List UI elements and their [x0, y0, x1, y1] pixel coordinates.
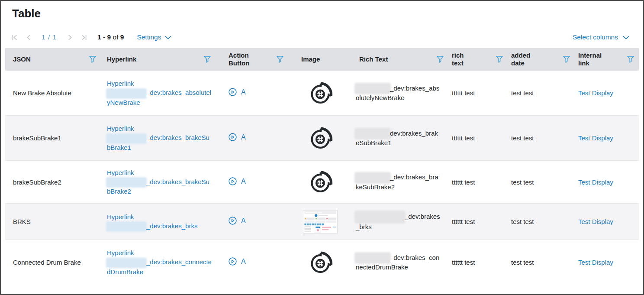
play-circle-icon	[229, 257, 237, 266]
column-header-rich-text-2: rich text	[450, 48, 509, 71]
last-page-button[interactable]	[79, 32, 88, 42]
brake-disc-icon	[307, 80, 334, 107]
redacted-text	[356, 173, 390, 182]
hyperlink-link[interactable]: Hyperlink _dev:brakes_connectedDrumBrake	[107, 248, 213, 276]
last-page-icon	[80, 34, 87, 41]
action-button[interactable]: A	[229, 216, 246, 225]
rich-text-cell: dev:brakes_brakeSubBrake1	[351, 129, 450, 148]
chevron-down-icon	[165, 33, 171, 41]
internal-link[interactable]: Test Display	[578, 89, 613, 97]
first-page-button[interactable]	[10, 32, 19, 42]
image-cell	[290, 125, 351, 152]
redacted-text	[107, 178, 146, 187]
filter-icon[interactable]	[563, 55, 570, 63]
hyperlink-link[interactable]: Hyperlink _dev:brakes_brakeSubBrake2	[107, 168, 213, 196]
table-row: BRKS Hyperlink _dev:brakes_brks A _dev:b…	[5, 203, 639, 240]
action-button-cell: A	[217, 133, 290, 143]
internal-link-cell: Test Display	[576, 258, 641, 267]
image-cell	[290, 249, 351, 276]
filter-icon[interactable]	[276, 55, 284, 63]
filter-icon[interactable]	[436, 55, 444, 63]
action-button[interactable]: A	[229, 257, 246, 266]
action-button[interactable]: A	[229, 133, 246, 142]
rich-text-2-cell: tttttt test	[450, 217, 509, 226]
play-circle-icon	[229, 88, 237, 96]
internal-link[interactable]: Test Display	[578, 218, 613, 225]
json-cell: BRKS	[5, 217, 103, 226]
filter-icon[interactable]	[89, 55, 97, 63]
hyperlink-cell: Hyperlink _dev:brakes_absolutelyNewBrake	[103, 79, 217, 107]
table-row: brakeSubBrake2 Hyperlink _dev:brakes_bra…	[5, 160, 639, 203]
rich-text-2-cell: tttttt test	[450, 133, 509, 143]
page-indicator: 1 / 1	[42, 33, 57, 41]
hyperlink-cell: Hyperlink _dev:brakes_brks	[103, 212, 217, 231]
action-button-cell: A	[217, 88, 290, 98]
internal-link-cell: Test Display	[576, 88, 641, 97]
action-button[interactable]: A	[229, 88, 246, 97]
internal-link-cell: Test Display	[576, 217, 641, 226]
brake-disc-icon	[307, 169, 334, 195]
next-page-button[interactable]	[65, 32, 74, 42]
filter-icon[interactable]	[203, 55, 211, 63]
brake-disc-icon	[307, 125, 334, 152]
play-circle-icon	[229, 133, 237, 141]
filter-icon[interactable]	[627, 55, 634, 63]
column-header-added-date: added date	[509, 48, 576, 71]
column-header-rich-text: Rich Text	[351, 48, 450, 71]
select-columns-label[interactable]: Select columns	[573, 33, 618, 41]
redacted-text	[107, 134, 146, 143]
rich-text-2-cell: tttttt test	[450, 88, 509, 97]
rich-text-cell: _dev:brakes_brks	[351, 212, 450, 231]
internal-link[interactable]: Test Display	[578, 259, 613, 266]
table-row: Connected Drum Brake Hyperlink _dev:brak…	[5, 240, 639, 285]
added-date-cell: test test	[509, 178, 576, 187]
added-date-cell: test test	[509, 88, 576, 97]
previous-page-button[interactable]	[24, 32, 33, 42]
hyperlink-cell: Hyperlink _dev:brakes_brakeSubBrake2	[103, 168, 217, 196]
first-page-icon	[11, 34, 19, 41]
hyperlink-link[interactable]: Hyperlink _dev:brakes_brks	[107, 212, 213, 231]
column-header-internal-link: Internal link	[576, 48, 641, 71]
column-header-json: JSON	[5, 48, 103, 71]
filter-icon[interactable]	[496, 55, 503, 63]
table-toolbar: 1 / 1 1 - 9 of 9 Settings Select columns	[8, 32, 633, 42]
brake-disc-icon	[307, 249, 334, 276]
internal-link[interactable]: Test Display	[578, 134, 613, 142]
hyperlink-link[interactable]: Hyperlink _dev:brakes_absolutelyNewBrake	[107, 79, 213, 107]
settings-label[interactable]: Settings	[137, 33, 161, 41]
image-cell	[290, 210, 351, 233]
rich-text-cell: _dev:brakes_brakeSubBrake2	[351, 172, 450, 191]
added-date-cell: test test	[509, 133, 576, 143]
image-cell	[290, 80, 351, 107]
internal-link-cell: Test Display	[576, 178, 641, 187]
json-cell: New Brake Absolute	[5, 88, 103, 97]
action-button[interactable]: A	[229, 177, 246, 186]
settings-dropdown[interactable]: Settings	[137, 33, 171, 41]
row-range-text: 1 - 9 of 9	[97, 33, 124, 41]
redacted-text	[356, 129, 390, 138]
json-cell: brakeSubBrake2	[5, 178, 103, 187]
column-header-hyperlink: Hyperlink	[103, 48, 217, 71]
redacted-text	[107, 89, 146, 98]
play-circle-icon	[229, 177, 237, 185]
action-button-cell: A	[217, 177, 290, 188]
added-date-cell: test test	[509, 258, 576, 267]
data-table: JSON Hyperlink Action Button Image Rich …	[5, 48, 639, 285]
chevron-down-icon	[623, 33, 629, 41]
column-header-action-button: Action Button	[217, 48, 290, 71]
table-page: Table 1 / 1 1 - 9 of 9 Settings	[0, 0, 644, 295]
hyperlink-cell: Hyperlink _dev:brakes_connectedDrumBrake	[103, 248, 217, 276]
redacted-text	[107, 222, 146, 231]
redacted-text	[356, 212, 404, 222]
action-button-cell: A	[217, 216, 290, 227]
table-row: brakeSubBrake1 Hyperlink _dev:brakes_bra…	[5, 115, 639, 160]
table-row: New Brake Absolute Hyperlink _dev:brakes…	[5, 71, 639, 115]
table-header-row: JSON Hyperlink Action Button Image Rich …	[5, 48, 639, 71]
json-cell: Connected Drum Brake	[5, 258, 103, 267]
select-columns-dropdown[interactable]: Select columns	[573, 33, 629, 41]
internal-link[interactable]: Test Display	[578, 178, 613, 186]
rich-text-cell: _dev:brakes_absolutelyNewBrake	[351, 84, 450, 103]
hyperlink-link[interactable]: Hyperlink _dev:brakes_brakeSubBrake1	[107, 124, 213, 152]
chevron-left-icon	[25, 34, 32, 41]
screenshot-thumbnail-image	[303, 210, 338, 233]
